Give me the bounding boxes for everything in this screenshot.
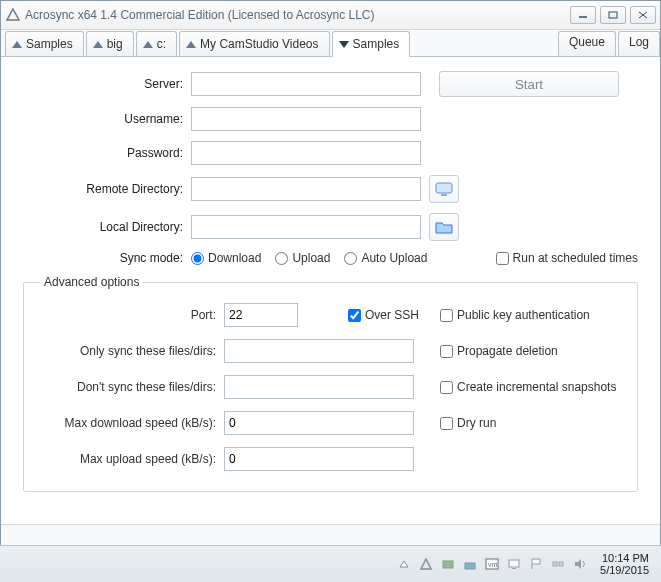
dry-run-checkbox[interactable]: Dry run — [440, 416, 621, 430]
port-label: Port: — [40, 308, 224, 322]
tray-vm-icon[interactable]: vm — [484, 556, 500, 572]
status-bar — [1, 524, 660, 545]
max-dl-label: Max download speed (kB/s): — [40, 416, 224, 430]
only-sync-label: Only sync these files/dirs: — [40, 344, 224, 358]
checkbox-label: Public key authentication — [457, 308, 590, 322]
app-icon — [5, 7, 21, 23]
advanced-legend: Advanced options — [40, 275, 143, 289]
tab-strip: Samples big c: My CamStudio Videos Sampl… — [1, 30, 660, 57]
tab-samples-1[interactable]: Samples — [5, 31, 84, 56]
checkbox-label: Run at scheduled times — [513, 251, 638, 265]
mode-auto-radio[interactable]: Auto Upload — [344, 251, 427, 265]
tab-log[interactable]: Log — [618, 31, 660, 56]
tab-label: Samples — [353, 37, 400, 51]
remote-dir-label: Remote Directory: — [23, 182, 191, 196]
svg-rect-2 — [609, 12, 617, 18]
monitor-icon — [435, 182, 453, 196]
local-browse-button[interactable] — [429, 213, 459, 241]
start-button-label: Start — [515, 77, 543, 92]
svg-rect-10 — [465, 563, 475, 569]
tab-label: Log — [629, 35, 649, 49]
svg-marker-8 — [421, 559, 431, 569]
folder-icon — [435, 220, 453, 234]
username-input[interactable] — [191, 107, 421, 131]
snapshots-checkbox[interactable]: Create incremental snapshots — [440, 380, 621, 394]
tab-c[interactable]: c: — [136, 31, 177, 56]
max-ul-label: Max upload speed (kB/s): — [40, 452, 224, 466]
checkbox-label: Dry run — [457, 416, 496, 430]
local-dir-input[interactable] — [191, 215, 421, 239]
tray-volume-icon[interactable] — [572, 556, 588, 572]
triangle-up-icon — [143, 41, 153, 48]
tab-label: Queue — [569, 35, 605, 49]
dont-sync-input[interactable] — [224, 375, 414, 399]
tab-label: Samples — [26, 37, 73, 51]
advanced-options-group: Advanced options Port: Over SSH Public k… — [23, 275, 638, 492]
tray-flag-icon[interactable] — [528, 556, 544, 572]
maximize-button[interactable] — [600, 6, 626, 24]
tab-label: big — [107, 37, 123, 51]
checkbox-label: Over SSH — [365, 308, 419, 322]
radio-label: Upload — [292, 251, 330, 265]
close-button[interactable] — [630, 6, 656, 24]
tab-big[interactable]: big — [86, 31, 134, 56]
radio-label: Auto Upload — [361, 251, 427, 265]
minimize-button[interactable] — [570, 6, 596, 24]
checkbox-label: Create incremental snapshots — [457, 380, 616, 394]
run-scheduled-checkbox[interactable]: Run at scheduled times — [496, 251, 638, 265]
mode-upload-radio[interactable]: Upload — [275, 251, 330, 265]
taskbar: vm 10:14 PM 5/19/2015 — [0, 545, 661, 582]
dont-sync-label: Don't sync these files/dirs: — [40, 380, 224, 394]
tab-camstudio[interactable]: My CamStudio Videos — [179, 31, 330, 56]
sync-mode-label: Sync mode: — [23, 251, 191, 265]
over-ssh-checkbox[interactable]: Over SSH — [348, 308, 419, 322]
svg-rect-13 — [509, 560, 519, 567]
svg-rect-9 — [443, 561, 453, 568]
svg-marker-7 — [400, 561, 408, 567]
svg-rect-5 — [436, 183, 452, 193]
remote-browse-button[interactable] — [429, 175, 459, 203]
tray-devices-icon[interactable] — [440, 556, 456, 572]
triangle-up-icon — [93, 41, 103, 48]
port-input[interactable] — [224, 303, 298, 327]
password-label: Password: — [23, 146, 191, 160]
svg-rect-14 — [512, 568, 516, 569]
tab-label: c: — [157, 37, 166, 51]
mode-download-radio[interactable]: Download — [191, 251, 261, 265]
tab-samples-2[interactable]: Samples — [332, 31, 411, 57]
svg-rect-6 — [441, 194, 447, 196]
taskbar-clock[interactable]: 10:14 PM 5/19/2015 — [594, 552, 655, 576]
tray-triangle-icon[interactable] — [396, 556, 412, 572]
password-input[interactable] — [191, 141, 421, 165]
svg-rect-15 — [553, 562, 557, 566]
radio-label: Download — [208, 251, 261, 265]
window-title: Acrosync x64 1.4 Commercial Edition (Lic… — [25, 8, 570, 22]
pubkey-checkbox[interactable]: Public key authentication — [440, 308, 621, 322]
triangle-down-icon — [339, 41, 349, 48]
tray-network-icon[interactable] — [462, 556, 478, 572]
propagate-checkbox[interactable]: Propagate deletion — [440, 344, 621, 358]
tab-label: My CamStudio Videos — [200, 37, 319, 51]
local-dir-label: Local Directory: — [23, 220, 191, 234]
only-sync-input[interactable] — [224, 339, 414, 363]
max-dl-input[interactable] — [224, 411, 414, 435]
tray-display-icon[interactable] — [506, 556, 522, 572]
tray-network2-icon[interactable] — [550, 556, 566, 572]
start-button[interactable]: Start — [439, 71, 619, 97]
svg-rect-16 — [559, 562, 563, 566]
clock-time: 10:14 PM — [600, 552, 649, 564]
clock-date: 5/19/2015 — [600, 564, 649, 576]
form-panel: Server: Start Username: Password: Remote… — [1, 57, 660, 524]
username-label: Username: — [23, 112, 191, 126]
triangle-up-icon — [12, 41, 22, 48]
remote-dir-input[interactable] — [191, 177, 421, 201]
triangle-up-icon — [186, 41, 196, 48]
tab-queue[interactable]: Queue — [558, 31, 616, 56]
svg-marker-17 — [575, 559, 581, 569]
tray-app-icon[interactable] — [418, 556, 434, 572]
server-input[interactable] — [191, 72, 421, 96]
checkbox-label: Propagate deletion — [457, 344, 558, 358]
svg-marker-0 — [7, 9, 19, 20]
svg-text:vm: vm — [488, 561, 498, 568]
max-ul-input[interactable] — [224, 447, 414, 471]
